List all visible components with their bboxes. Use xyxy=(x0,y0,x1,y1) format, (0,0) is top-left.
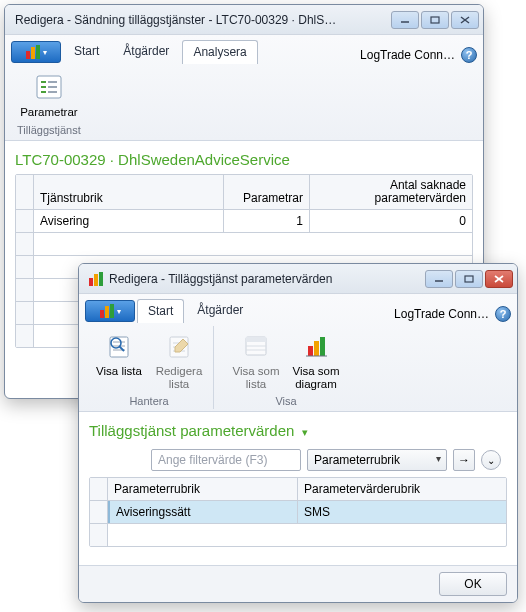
cell-missing: 0 xyxy=(310,210,472,232)
ok-button[interactable]: OK xyxy=(439,572,507,596)
chart-icon xyxy=(299,329,333,363)
svg-rect-29 xyxy=(246,337,266,342)
child-titlebar[interactable]: Redigera - Tilläggstjänst parametervärde… xyxy=(79,264,517,294)
parent-window-title: Redigera - Sändning tilläggstjänster - L… xyxy=(15,13,391,27)
parameters-grid[interactable]: Parameterrubrik Parametervärderubrik Avi… xyxy=(89,477,507,547)
arrow-right-icon: → xyxy=(458,453,470,467)
chevron-down-icon: ▾ xyxy=(43,48,47,57)
view-list-button[interactable]: Visa lista xyxy=(91,326,147,393)
col-param-heading[interactable]: Parameterrubrik xyxy=(108,478,298,500)
parent-titlebar[interactable]: Redigera - Sändning tilläggstjänster - L… xyxy=(5,5,483,35)
show-as-chart-label: Visa som diagram xyxy=(291,365,341,390)
cell-parameters: 1 xyxy=(224,210,310,232)
edit-list-icon xyxy=(162,329,196,363)
col-param-value-heading[interactable]: Parametervärderubrik xyxy=(298,478,506,500)
parameters-button-label: Parametrar xyxy=(20,106,78,119)
show-as-list-label: Visa som lista xyxy=(231,365,281,390)
help-icon[interactable]: ? xyxy=(495,306,511,322)
table-row[interactable]: . xyxy=(16,233,472,256)
maximize-button[interactable] xyxy=(421,11,449,29)
app-menu-button[interactable]: ▾ xyxy=(85,300,135,322)
ribbon-group-view-label: Visa xyxy=(275,395,296,409)
page-title: LTC70-00329 · DhlSwedenAdviceService xyxy=(15,147,473,174)
filter-field-dropdown[interactable]: Parameterrubrik xyxy=(307,449,447,471)
dynamics-logo-icon xyxy=(100,304,114,318)
logtrade-connect-link[interactable]: LogTrade Conn… xyxy=(360,48,455,62)
parent-ribbon: ▾ Start Åtgärder Analysera LogTrade Conn… xyxy=(5,35,483,141)
parameters-button[interactable]: Parametrar xyxy=(21,67,77,122)
tab-actions[interactable]: Åtgärder xyxy=(112,39,180,63)
apply-filter-button[interactable]: → xyxy=(453,449,475,471)
col-service-heading[interactable]: Tjänstrubrik xyxy=(34,175,224,209)
show-as-list-button[interactable]: Visa som lista xyxy=(228,326,284,393)
cell-service-heading: Avisering xyxy=(34,210,224,232)
table-row[interactable]: Aviseringssätt SMS xyxy=(90,501,506,524)
child-window: Redigera - Tilläggstjänst parametervärde… xyxy=(78,263,518,603)
page-title-text: Tilläggstjänst parametervärden xyxy=(89,422,294,439)
expand-title-icon[interactable]: ▾ xyxy=(299,426,308,438)
child-window-title: Redigera - Tilläggstjänst parametervärde… xyxy=(109,272,425,286)
tab-start[interactable]: Start xyxy=(63,39,110,63)
logtrade-connect-link[interactable]: LogTrade Conn… xyxy=(394,307,489,321)
minimize-button[interactable] xyxy=(391,11,419,29)
svg-rect-15 xyxy=(465,276,473,282)
maximize-button[interactable] xyxy=(455,270,483,288)
chevron-down-icon: ▾ xyxy=(117,307,121,316)
tab-start[interactable]: Start xyxy=(137,299,184,323)
cell-param-value[interactable]: SMS xyxy=(298,501,506,523)
ribbon-group-label: Tilläggstjänst xyxy=(17,124,81,138)
show-as-chart-button[interactable]: Visa som diagram xyxy=(288,326,344,393)
child-ribbon: ▾ Start Åtgärder LogTrade Conn… ? xyxy=(79,294,517,412)
col-missing[interactable]: Antal saknade parametervärden xyxy=(310,175,472,209)
edit-list-label: Redigera lista xyxy=(154,365,204,390)
view-list-label: Visa lista xyxy=(96,365,142,378)
app-menu-button[interactable]: ▾ xyxy=(11,41,61,63)
expand-filter-button[interactable]: ⌄ xyxy=(481,450,501,470)
table-row[interactable]: Avisering 1 0 xyxy=(16,210,472,233)
parameters-icon xyxy=(32,70,66,104)
magnifier-list-icon xyxy=(102,329,136,363)
edit-list-button[interactable]: Redigera lista xyxy=(151,326,207,393)
close-button[interactable] xyxy=(451,11,479,29)
cell-param-heading: Aviseringssätt xyxy=(108,501,298,523)
dialog-footer: OK xyxy=(79,565,517,602)
close-button[interactable] xyxy=(485,270,513,288)
page-title[interactable]: Tilläggstjänst parametervärden ▾ xyxy=(89,418,507,445)
svg-rect-33 xyxy=(314,341,319,356)
tab-actions[interactable]: Åtgärder xyxy=(186,298,254,322)
dynamics-logo-icon xyxy=(26,45,40,59)
svg-rect-32 xyxy=(308,346,313,356)
filter-input[interactable]: Ange filtervärde (F3) xyxy=(151,449,301,471)
help-icon[interactable]: ? xyxy=(461,47,477,63)
table-row[interactable]: . xyxy=(90,524,506,546)
ribbon-group-manage-label: Hantera xyxy=(129,395,168,409)
list-view-icon xyxy=(239,329,273,363)
svg-rect-4 xyxy=(431,17,439,23)
minimize-button[interactable] xyxy=(425,270,453,288)
col-parameters[interactable]: Parametrar xyxy=(224,175,310,209)
dynamics-logo-icon xyxy=(89,272,103,286)
svg-rect-34 xyxy=(320,337,325,356)
tab-analyze[interactable]: Analysera xyxy=(182,40,257,64)
chevron-down-icon: ⌄ xyxy=(487,455,495,466)
